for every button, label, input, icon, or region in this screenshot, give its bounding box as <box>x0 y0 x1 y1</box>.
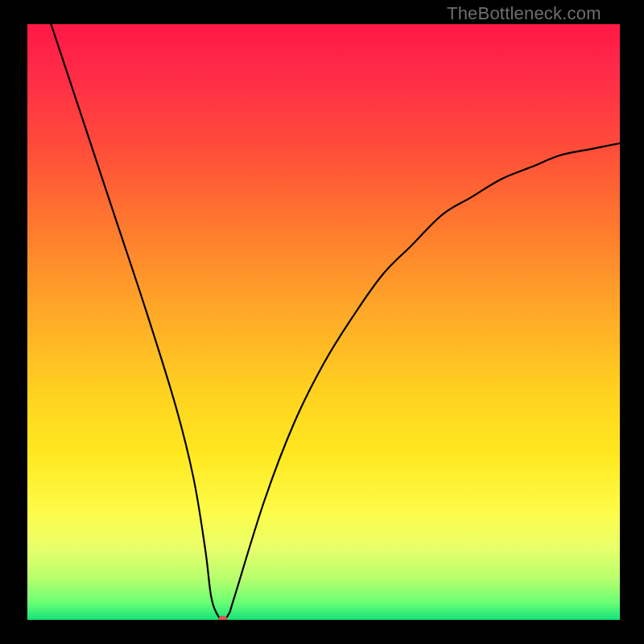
watermark-text: TheBottleneck.com <box>447 3 601 24</box>
bottleneck-curve <box>51 24 620 620</box>
curve-minimum-marker <box>218 616 228 620</box>
chart-plot-area <box>27 24 620 620</box>
chart-frame: TheBottleneck.com <box>0 0 644 644</box>
chart-svg <box>27 24 620 620</box>
